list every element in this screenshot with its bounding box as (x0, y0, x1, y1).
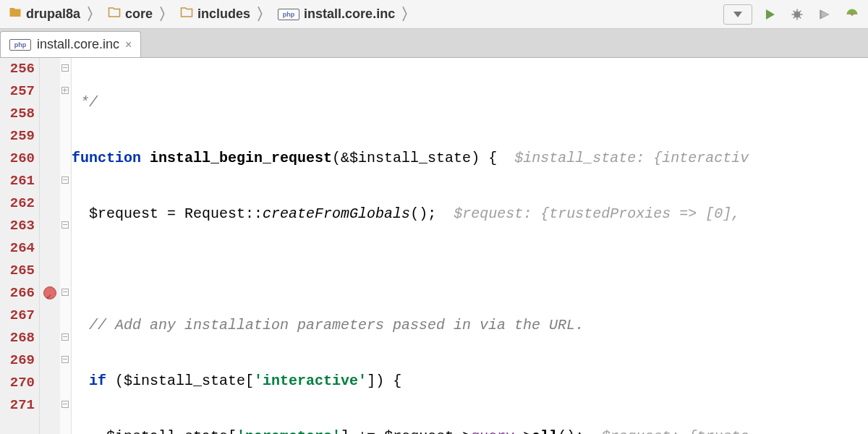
fold-toggle-icon[interactable] (61, 64, 69, 72)
debug-button[interactable] (787, 4, 807, 25)
breadcrumb-item-includes[interactable]: includes (177, 6, 253, 22)
line-number[interactable]: 257 (0, 80, 35, 103)
editor-tab[interactable]: php install.core.inc × (0, 31, 141, 57)
breadcrumb-label: drupal8a (26, 7, 80, 22)
variable: $install_state (106, 428, 228, 434)
fold-toggle-icon[interactable] (61, 289, 69, 296)
tab-label: install.core.inc (37, 37, 119, 52)
folder-icon (180, 6, 193, 22)
php-file-icon: php (278, 9, 299, 20)
chevron-right-icon: 〉 (83, 4, 105, 25)
inline-hint: $request: {trustedProxies => [0], (454, 205, 740, 222)
line-number-gutter[interactable]: 256 257 258 259 260 261 262 263 264 265 … (0, 58, 40, 434)
keyword: function (72, 150, 141, 166)
line-number[interactable]: 262 (0, 192, 35, 215)
editor-tab-bar: php install.core.inc × (0, 29, 868, 58)
breakpoint-icon[interactable] (43, 286, 56, 299)
fold-toggle-icon[interactable] (61, 87, 69, 94)
breadcrumb-label: core (125, 7, 153, 22)
run-config-dropdown[interactable] (723, 4, 752, 25)
fold-toggle-icon[interactable] (61, 401, 69, 408)
fold-toggle-icon[interactable] (61, 221, 69, 229)
fold-toggle-icon[interactable] (61, 333, 69, 341)
line-number[interactable]: 264 (0, 237, 35, 260)
inline-hint: $install_state: {interactiv (514, 150, 749, 166)
keyword: if (89, 373, 106, 389)
line-number[interactable]: 268 (0, 327, 35, 349)
folder-icon (108, 6, 121, 22)
line-number[interactable]: 266 (0, 282, 35, 305)
fold-toggle-icon[interactable] (61, 176, 69, 184)
variable: $request (89, 205, 158, 222)
fold-toggle-icon[interactable] (61, 356, 69, 363)
folder-icon (9, 6, 22, 22)
listen-button[interactable] (842, 4, 862, 25)
comment: // Add any installation parameters passe… (89, 317, 584, 333)
line-number[interactable]: 265 (0, 260, 35, 282)
svg-point-1 (851, 13, 853, 15)
run-button[interactable] (760, 4, 780, 25)
breadcrumb-item-root[interactable]: drupal8a (6, 6, 83, 22)
line-number[interactable]: 259 (0, 125, 35, 148)
coverage-button[interactable] (814, 4, 835, 25)
close-icon[interactable]: × (125, 38, 132, 51)
inline-hint: $request: {truste (601, 428, 749, 434)
chevron-right-icon: 〉 (398, 4, 420, 25)
line-number[interactable]: 258 (0, 103, 35, 125)
code-area[interactable]: */ function install_begin_request(&$inst… (72, 58, 868, 434)
chevron-right-icon: 〉 (156, 4, 177, 25)
parameter: &$install_state (341, 150, 471, 166)
variable: $request (384, 428, 454, 434)
function-name: install_begin_request (150, 150, 332, 166)
breadcrumb-bar: drupal8a 〉 core 〉 includes 〉 php install… (0, 0, 868, 29)
chevron-right-icon: 〉 (253, 4, 275, 25)
line-number[interactable]: 270 (0, 372, 35, 394)
breadcrumb-item-core[interactable]: core (105, 6, 156, 22)
line-number[interactable]: 260 (0, 148, 35, 170)
string: 'parameters' (237, 428, 341, 434)
run-toolbar (723, 4, 862, 25)
line-number[interactable]: 271 (0, 394, 35, 417)
breadcrumb-label: install.core.inc (304, 7, 395, 22)
code-editor[interactable]: 256 257 258 259 260 261 262 263 264 265 … (0, 58, 868, 434)
class-name: Request (184, 205, 245, 222)
method-call: createFromGlobals (263, 205, 410, 222)
fold-gutter[interactable] (60, 58, 72, 434)
comment: */ (80, 94, 98, 111)
string: 'interactive' (254, 373, 367, 389)
line-number[interactable]: 269 (0, 349, 35, 372)
line-number[interactable]: 261 (0, 170, 35, 192)
member: query (471, 428, 514, 434)
php-file-icon: php (9, 39, 31, 51)
breadcrumb-item-file[interactable]: php install.core.inc (275, 7, 398, 22)
breadcrumb-label: includes (197, 7, 250, 22)
breakpoint-gutter[interactable] (40, 58, 60, 434)
method-call: all (532, 428, 558, 434)
line-number[interactable]: 256 (0, 58, 35, 80)
line-number[interactable]: 263 (0, 215, 35, 237)
variable: $install_state (124, 373, 245, 389)
line-number[interactable]: 267 (0, 305, 35, 327)
